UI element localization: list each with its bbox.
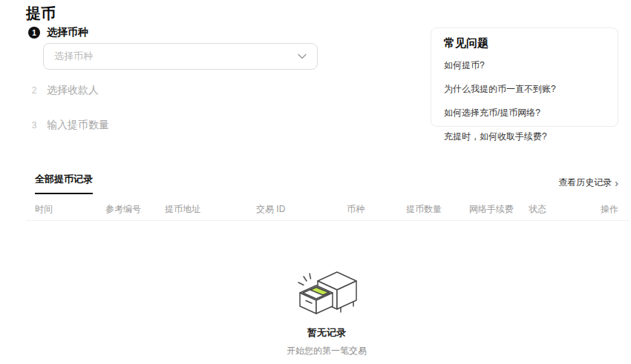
step-1-label: 选择币种 [47,26,88,39]
faq-item-how-to-withdraw[interactable]: 如何提币? [444,59,605,72]
col-network-fee: 网络手续费 [469,203,529,216]
faq-item-not-arrived[interactable]: 为什么我提的币一直不到账? [444,83,605,96]
faq-item-choose-network[interactable]: 如何选择充币/提币网络? [444,107,605,119]
col-tx-id: 交易 ID [256,203,347,216]
empty-state-subtitle: 开始您的第一笔交易 [35,345,618,357]
view-history-label: 查看历史记录 [558,176,612,189]
faq-panel: 常见问题 如何提币? 为什么我提的币一直不到账? 如何选择充币/提币网络? 充提… [431,27,618,127]
step-3-badge: 3 [28,120,40,130]
step-2-label: 选择收款人 [47,84,99,97]
step-1-badge: 1 [28,27,40,39]
col-reference-id: 参考编号 [105,203,165,216]
currency-select-placeholder: 选择币种 [54,50,298,63]
step-2: 2 选择收款人 [28,84,99,97]
col-amount: 提币数量 [406,203,469,216]
col-coin: 币种 [347,203,406,216]
col-time: 时间 [35,203,105,216]
col-action: 操作 [600,203,618,216]
faq-item-fees[interactable]: 充提时，如何收取手续费? [444,130,605,143]
col-withdraw-address: 提币地址 [165,203,256,216]
col-status: 状态 [529,203,600,216]
step-2-badge: 2 [28,85,40,96]
records-table-header: 时间 参考编号 提币地址 交易 ID 币种 提币数量 网络手续费 状态 操作 [35,203,618,216]
faq-title: 常见问题 [444,36,605,50]
chevron-right-icon: › [615,178,618,188]
empty-drawer-box-illustration [295,267,358,320]
empty-state-title: 暂无记录 [35,326,618,340]
empty-state: 暂无记录 开始您的第一笔交易 [35,267,618,357]
step-3: 3 输入提币数量 [28,119,109,132]
chevron-down-icon [298,53,307,59]
currency-select[interactable]: 选择币种 [43,43,318,70]
step-1: 1 选择币种 [28,26,88,39]
tab-all-withdrawal-records[interactable]: 全部提币记录 [35,173,93,194]
table-header-divider [26,220,630,221]
step-3-label: 输入提币数量 [47,119,109,132]
view-history-link[interactable]: 查看历史记录 › [558,176,618,189]
page-title: 提币 [26,4,56,24]
